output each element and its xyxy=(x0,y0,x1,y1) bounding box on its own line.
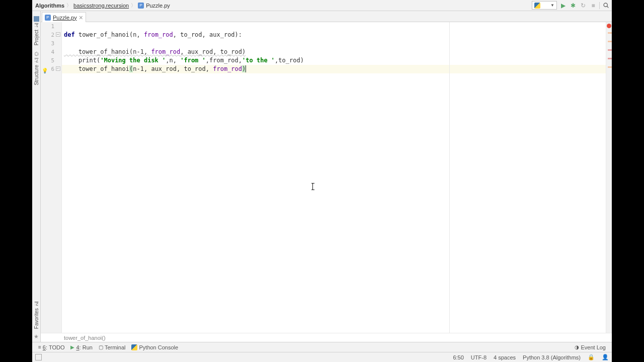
text-caret-icon xyxy=(312,183,313,190)
event-log-tool-tab[interactable]: ◑ Event Log xyxy=(572,344,609,350)
error-stripe[interactable] xyxy=(606,22,612,333)
breadcrumb-file[interactable]: Puzzle.py xyxy=(146,3,170,9)
code-crumb[interactable]: tower_of_hanoi() xyxy=(64,335,106,341)
nav-bar: Algorithms 〉 basicsstrong.recursion 〉 P … xyxy=(32,0,612,11)
editor-region: P Puzzle.py × 1 2− 3 4 5 💡6⌐ def to xyxy=(41,11,612,342)
line-number: 💡6⌐ xyxy=(41,65,61,73)
todo-tool-tab[interactable]: ≡ 6: TODO xyxy=(35,344,67,350)
warning-mark[interactable] xyxy=(608,66,612,68)
python-icon xyxy=(534,3,540,9)
run-button[interactable]: ▶ xyxy=(559,2,567,10)
list-icon: ≡ xyxy=(38,344,41,350)
error-mark[interactable] xyxy=(608,58,612,59)
play-icon: ▶ xyxy=(70,344,74,350)
python-file-icon: P xyxy=(138,3,144,9)
terminal-icon: ▢ xyxy=(99,344,103,350)
line-number: 1 xyxy=(41,22,61,31)
stop-button[interactable]: ■ xyxy=(589,2,597,10)
debug-button[interactable]: ✱ xyxy=(569,2,577,10)
python-file-icon: P xyxy=(45,15,51,21)
fold-toggle[interactable]: − xyxy=(56,32,60,37)
favorites-tool-tab[interactable]: Favorites 2: xyxy=(34,299,39,332)
code-crumb-bar: tower_of_hanoi() xyxy=(41,333,612,342)
chevron-down-icon: ▼ xyxy=(550,3,554,8)
python-console-tool-tab[interactable]: Python Console xyxy=(128,344,181,350)
error-indicator-icon[interactable] xyxy=(607,24,611,28)
breadcrumb: Algorithms 〉 basicsstrong.recursion 〉 P … xyxy=(35,2,170,9)
svg-point-0 xyxy=(604,3,607,7)
editor-body: 1 2− 3 4 5 💡6⌐ def tower_of_hanoi(n, fro… xyxy=(41,22,612,333)
breadcrumb-project[interactable]: Algorithms xyxy=(35,3,64,9)
project-tool-tab[interactable]: Project 1: xyxy=(34,13,39,48)
chevron-right-icon: 〉 xyxy=(131,2,136,9)
interpreter-selector[interactable]: Python 3.8 (Algorithms) xyxy=(523,354,581,360)
search-everywhere-button[interactable] xyxy=(602,2,610,10)
warning-mark[interactable] xyxy=(608,41,612,42)
ide-window: Algorithms 〉 basicsstrong.recursion 〉 P … xyxy=(32,0,612,362)
warning-mark[interactable] xyxy=(608,32,612,34)
svg-line-1 xyxy=(607,7,608,8)
structure-icon: ⌬ xyxy=(34,51,39,57)
line-number: 4 xyxy=(41,48,61,56)
indent-selector[interactable]: 4 spaces xyxy=(494,354,516,360)
editor-workspace: Project 1: Structure 7: ⌬ Favorites 2: ★… xyxy=(32,11,612,342)
code-editor[interactable]: def tower_of_hanoi(n, from_rod, to_rod, … xyxy=(62,22,606,333)
editor-tab-label: Puzzle.py xyxy=(53,15,77,21)
run-with-coverage-button[interactable]: ↻ xyxy=(579,2,587,10)
bottom-tool-bar: ≡ 6: TODO ▶ 4: Run ▢ Terminal Python Con… xyxy=(32,342,612,352)
structure-tool-tab[interactable]: Structure 7: ⌬ xyxy=(34,48,39,88)
breadcrumb-package[interactable]: basicsstrong.recursion xyxy=(73,3,129,9)
line-number: 5 xyxy=(41,56,61,65)
folder-icon xyxy=(34,16,39,22)
gutter[interactable]: 1 2− 3 4 5 💡6⌐ xyxy=(41,22,62,333)
error-mark[interactable] xyxy=(608,49,612,51)
lock-icon[interactable]: 🔒 xyxy=(588,354,595,360)
run-configuration-dropdown[interactable]: ▼ xyxy=(532,1,557,10)
star-icon: ★ xyxy=(34,333,39,340)
intention-bulb-icon[interactable]: 💡 xyxy=(42,66,48,75)
terminal-tool-tab[interactable]: ▢ Terminal xyxy=(96,344,129,350)
speech-bubble-icon: ◑ xyxy=(575,344,579,350)
tool-windows-toggle-button[interactable] xyxy=(35,354,42,360)
nav-toolbar: ▼ ▶ ✱ ↻ ■ xyxy=(532,0,610,11)
encoding-selector[interactable]: UTF-8 xyxy=(471,354,487,360)
run-tool-tab[interactable]: ▶ 4: Run xyxy=(67,344,95,350)
chevron-right-icon: 〉 xyxy=(66,2,71,9)
tab-bar: P Puzzle.py × xyxy=(41,11,612,22)
line-number: 2− xyxy=(41,31,61,39)
right-margin-guide xyxy=(449,22,450,333)
caret-position[interactable]: 6:50 xyxy=(453,354,463,360)
fold-end-toggle[interactable]: ⌐ xyxy=(56,66,60,71)
inspector-icon[interactable]: 👤 xyxy=(602,354,609,360)
close-tab-button[interactable]: × xyxy=(79,14,83,21)
python-icon xyxy=(131,344,137,350)
left-tool-rail: Project 1: Structure 7: ⌬ Favorites 2: ★ xyxy=(32,11,41,342)
status-bar: 6:50 UTF-8 4 spaces Python 3.8 (Algorith… xyxy=(32,352,612,362)
line-number: 3 xyxy=(41,39,61,48)
editor-tab[interactable]: P Puzzle.py × xyxy=(42,12,86,22)
